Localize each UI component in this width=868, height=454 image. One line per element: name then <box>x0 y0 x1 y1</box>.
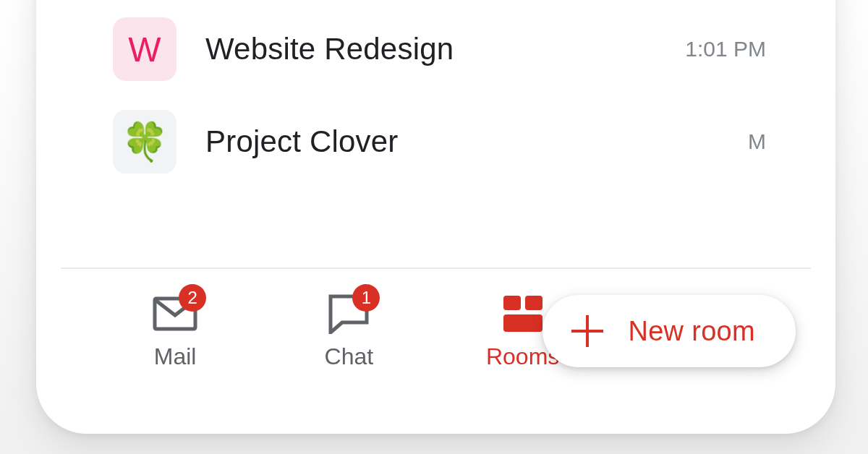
nav-mail[interactable]: 2 Mail <box>117 291 233 370</box>
plus-icon <box>571 315 603 347</box>
svg-rect-2 <box>525 296 542 310</box>
avatar-emoji: 🍀 <box>113 110 176 174</box>
new-room-label: New room <box>628 316 755 347</box>
svg-rect-1 <box>503 296 521 310</box>
list-item[interactable]: 🍀 Project Clover M <box>61 95 811 188</box>
avatar-letter: W <box>113 17 176 81</box>
nav-chat-label: Chat <box>325 343 374 370</box>
room-title: Website Redesign <box>205 32 685 67</box>
clover-icon: 🍀 <box>122 120 169 164</box>
rooms-list: W Website Redesign 1:01 PM 🍀 Project Clo… <box>61 0 811 269</box>
phone-frame: W Website Redesign 1:01 PM 🍀 Project Clo… <box>36 0 835 434</box>
room-time: 1:01 PM <box>685 37 766 61</box>
new-room-button[interactable]: New room <box>542 295 796 367</box>
mail-badge: 2 <box>179 284 206 312</box>
avatar-letter-text: W <box>128 30 161 69</box>
room-title: Project Clover <box>205 124 748 159</box>
rooms-icon <box>498 291 548 336</box>
nav-chat[interactable]: 1 Chat <box>291 291 407 370</box>
mail-icon: 2 <box>150 291 200 336</box>
chat-badge: 1 <box>352 284 380 312</box>
nav-mail-label: Mail <box>154 343 197 370</box>
room-time: M <box>748 129 766 154</box>
chat-icon: 1 <box>323 291 374 336</box>
svg-rect-3 <box>503 314 542 332</box>
list-item[interactable]: W Website Redesign 1:01 PM <box>61 3 811 95</box>
